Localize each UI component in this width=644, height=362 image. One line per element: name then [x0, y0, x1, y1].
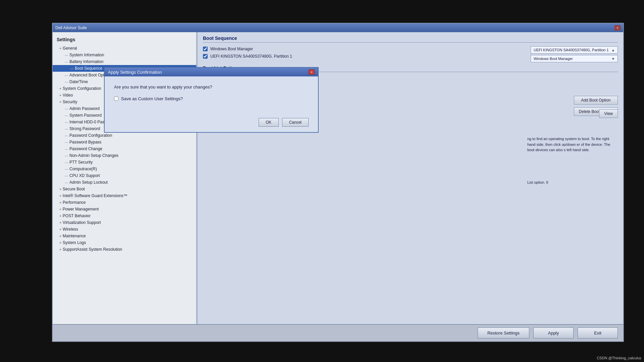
sidebar-item-28[interactable]: +Maintenance: [53, 233, 196, 239]
sidebar-item-label-15: Password Change: [69, 146, 102, 151]
modal-title: Apply Settings Confirmation: [108, 70, 162, 75]
tree-dash-icon-13: —: [65, 134, 68, 137]
help-text2: List option. 0: [527, 180, 618, 185]
sidebar-item-label-25: POST Behavior: [63, 214, 91, 218]
tree-expand-icon-24: +: [59, 207, 61, 211]
tree-dash-icon-10: —: [65, 114, 68, 117]
sidebar-item-29[interactable]: +System Logs: [53, 239, 196, 246]
modal-body: Are you sure that you want to apply your…: [105, 76, 318, 115]
sidebar-item-label-17: PTT Security: [69, 160, 93, 165]
tree-dash-icon-20: —: [65, 181, 68, 184]
sidebar-title: Settings: [53, 36, 196, 45]
sidebar-item-label-20: Admin Setup Lockout: [69, 180, 108, 185]
sidebar-item-23[interactable]: +Performance: [53, 199, 196, 206]
tree-expand-icon-29: +: [59, 241, 61, 245]
help-text: ng to find an operating system to boot. …: [527, 136, 618, 153]
boot-dropdown-container: UEFI KINGSTON SA400S37480G, Partition 1 …: [531, 46, 618, 62]
sidebar-item-13[interactable]: —Password Configuration: [53, 132, 196, 139]
sidebar-item-label-18: Computrace(R): [69, 167, 97, 171]
boot-dropdown-1[interactable]: UEFI KINGSTON SA400S37480G, Partition 1 …: [531, 46, 618, 54]
tree-dash-icon-11: —: [65, 120, 68, 124]
sidebar-item-16[interactable]: —Non-Admin Setup Changes: [53, 152, 196, 159]
sidebar-item-14[interactable]: —Password Bypass: [53, 139, 196, 145]
sidebar-item-label-0: General: [63, 46, 77, 51]
tree-dash-icon-5: —: [65, 80, 68, 84]
tree-expand-icon-26: +: [59, 221, 61, 225]
tree-expand-icon-7: +: [59, 94, 61, 97]
sidebar-item-30[interactable]: +SupportAssist System Resolution: [53, 246, 196, 253]
modal-checkbox-row: Save as Custom User Settings?: [114, 96, 309, 101]
sidebar-item-label-13: Password Configuration: [69, 133, 112, 138]
tree-expand-icon-8: +: [59, 100, 61, 104]
sidebar-item-label-9: Admin Password: [69, 106, 100, 111]
watermark: CSDN @Thinking_calculus: [597, 356, 641, 360]
sidebar-item-label-7: Video: [63, 93, 73, 98]
modal-titlebar: Apply Settings Confirmation ×: [105, 68, 318, 76]
view-button[interactable]: View: [599, 109, 618, 118]
tree-dash-icon-17: —: [65, 161, 68, 164]
sidebar-item-label-1: System Information: [69, 53, 104, 57]
sidebar-item-2[interactable]: —Battery Information: [53, 58, 196, 65]
sidebar-item-label-22: Intel® Software Guard Extensions™: [63, 193, 127, 198]
tree-expand-icon-0: +: [59, 47, 61, 50]
sidebar-item-15[interactable]: —Password Change: [53, 145, 196, 152]
sidebar-item-24[interactable]: +Power Management: [53, 206, 196, 213]
sidebar-item-21[interactable]: +Secure Boot: [53, 186, 196, 192]
modal-cancel-button[interactable]: Cancel: [282, 118, 309, 127]
tree-dash-icon-9: —: [65, 107, 68, 111]
tree-dash-icon-1: —: [65, 53, 68, 57]
save-custom-checkbox[interactable]: [114, 97, 118, 101]
boot-dropdown-2[interactable]: Windows Boot Manager ▼: [531, 55, 618, 62]
sidebar-item-0[interactable]: +General: [53, 45, 196, 52]
tree-dash-icon-2: —: [65, 60, 68, 64]
sidebar-item-label-10: System Password: [69, 113, 102, 118]
sidebar-item-27[interactable]: +Wireless: [53, 226, 196, 233]
sidebar-item-label-2: Battery Information: [69, 59, 103, 64]
tree-dash-icon-18: —: [65, 167, 68, 171]
tree-dash-icon-16: —: [65, 154, 68, 158]
tree-expand-icon-27: +: [59, 228, 61, 231]
modal-ok-button[interactable]: OK: [259, 118, 279, 127]
bottom-bar: Restore Settings Apply Exit: [53, 324, 623, 341]
boot-item-checkbox-2[interactable]: [203, 54, 208, 59]
tree-expand-icon-21: +: [59, 187, 61, 191]
add-boot-option-button[interactable]: Add Boot Option: [574, 96, 618, 105]
modal-footer: OK Cancel: [105, 115, 318, 132]
sidebar-item-1[interactable]: —System Information: [53, 52, 196, 58]
modal-dialog: Apply Settings Confirmation × Are you su…: [104, 67, 319, 133]
sidebar-item-label-21: Secure Boot: [63, 187, 85, 191]
modal-close-button[interactable]: ×: [309, 69, 315, 75]
bios-close-button[interactable]: ×: [614, 25, 621, 31]
tree-dash-icon-4: —: [65, 73, 68, 77]
sidebar-item-17[interactable]: —PTT Security: [53, 159, 196, 166]
sidebar-item-26[interactable]: +Virtualization Support: [53, 219, 196, 226]
boot-dropdown-1-value: UEFI KINGSTON SA400S37480G, Partition 1: [534, 48, 609, 52]
dropdown-arrow-1: ▲: [611, 48, 615, 52]
sidebar-item-label-12: Strong Password: [69, 126, 100, 131]
tree-dash-icon-15: —: [65, 147, 68, 151]
tree-dash-icon-19: —: [65, 174, 68, 178]
tree-expand-icon-25: +: [59, 214, 61, 218]
sidebar-item-label-5: Date/Time: [69, 79, 88, 84]
tree-dash-icon-12: —: [65, 127, 68, 131]
tree-expand-icon-6: +: [59, 87, 61, 90]
sidebar-item-25[interactable]: +POST Behavior: [53, 213, 196, 219]
exit-button[interactable]: Exit: [578, 327, 618, 339]
apply-button[interactable]: Apply: [533, 327, 574, 339]
save-custom-label: Save as Custom User Settings?: [121, 96, 183, 101]
sidebar-item-label-6: System Configuration: [63, 86, 101, 91]
sidebar-item-label-27: Wireless: [63, 227, 78, 232]
sidebar-item-20[interactable]: —Admin Setup Lockout: [53, 179, 196, 186]
restore-settings-button[interactable]: Restore Settings: [478, 327, 529, 339]
sidebar-item-19[interactable]: —CPU XD Support: [53, 172, 196, 179]
sidebar-item-label-19: CPU XD Support: [69, 173, 100, 178]
sidebar-item-label-29: System Logs: [63, 240, 86, 245]
modal-question: Are you sure that you want to apply your…: [114, 84, 309, 89]
boot-item-checkbox-1[interactable]: [203, 47, 208, 51]
sidebar-item-label-30: SupportAssist System Resolution: [63, 247, 122, 252]
sidebar-item-label-14: Password Bypass: [69, 140, 101, 144]
sidebar-item-22[interactable]: +Intel® Software Guard Extensions™: [53, 192, 196, 199]
tree-expand-icon-23: +: [59, 201, 61, 204]
bios-title: Dell Advisor Suite: [55, 25, 87, 30]
sidebar-item-18[interactable]: —Computrace(R): [53, 166, 196, 172]
